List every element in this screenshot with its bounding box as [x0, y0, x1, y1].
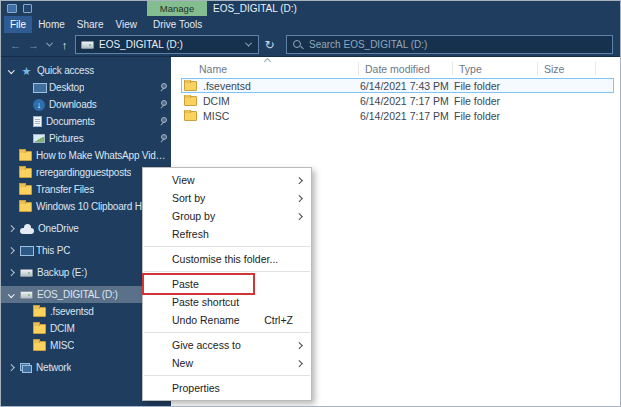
- search-input[interactable]: [309, 39, 606, 50]
- pin-icon: [159, 100, 168, 109]
- column-header-size[interactable]: Size: [538, 62, 596, 75]
- menu-item-label: Paste: [172, 278, 199, 290]
- sidebar-item-desktop[interactable]: Desktop: [1, 79, 171, 96]
- drive-icon: [20, 291, 33, 299]
- date-modified-cell: 6/14/2021 7:17 PM: [360, 95, 454, 107]
- tab-drive-tools[interactable]: Drive Tools: [147, 16, 208, 33]
- search-icon: [293, 39, 304, 50]
- folder-icon: [33, 341, 46, 351]
- date-modified-cell: 6/14/2021 7:17 PM: [360, 110, 454, 122]
- submenu-arrow-icon: [297, 214, 302, 219]
- chevron-slot: [19, 341, 29, 351]
- context-menu-item-properties[interactable]: Properties: [143, 379, 311, 397]
- file-name-cell: MISC: [182, 110, 360, 122]
- file-row-misc[interactable]: MISC6/14/2021 7:17 PMFile folder: [181, 108, 614, 123]
- ribbon-tabs: FileHomeShareViewDrive Tools: [1, 16, 620, 33]
- search-box: [286, 35, 613, 54]
- up-button[interactable]: ↑: [57, 36, 72, 54]
- file-explorer-window: Manage EOS_DIGITAL (D:) FileHomeShareVie…: [0, 0, 621, 407]
- address-dropdown-icon[interactable]: [243, 40, 253, 50]
- chevron-slot: [19, 83, 29, 93]
- sidebar-item-label: DCIM: [50, 323, 75, 334]
- column-header-name[interactable]: Name: [183, 62, 359, 75]
- column-header-label: Type: [459, 63, 482, 75]
- chevron-slot: [19, 324, 29, 334]
- chevron-slot: [19, 134, 29, 144]
- pin-icon: [159, 134, 168, 143]
- sidebar-item-quick-access[interactable]: Quick access: [1, 62, 171, 79]
- chevron-slot: [19, 307, 29, 317]
- file-row-fseventsd[interactable]: .fseventsd6/14/2021 7:43 PMFile folder: [181, 78, 614, 93]
- sidebar-item-label: Pictures: [49, 133, 84, 144]
- context-menu-item-group-by[interactable]: Group by: [143, 207, 311, 225]
- menu-separator: [144, 375, 310, 376]
- sidebar-item-label: Quick access: [37, 65, 94, 76]
- sidebar-item-label: How to Make WhatsApp Video Call: [36, 150, 168, 161]
- column-header-type[interactable]: Type: [453, 62, 538, 75]
- column-header-date-modified[interactable]: Date modified: [359, 62, 453, 75]
- folder-icon: [33, 307, 46, 317]
- sidebar-item-label: Transfer Files: [36, 184, 94, 195]
- folder-icon: [184, 111, 197, 121]
- chevron-down-icon[interactable]: [6, 66, 16, 76]
- sidebar-item-downloads[interactable]: Downloads: [1, 96, 171, 113]
- menu-separator: [144, 332, 310, 333]
- context-menu-item-customise-this-folder[interactable]: Customise this folder...: [143, 250, 311, 268]
- file-name-cell: DCIM: [182, 95, 360, 107]
- folder-icon: [19, 151, 32, 161]
- context-menu-item-view[interactable]: View: [143, 171, 311, 189]
- downloads-icon: [33, 99, 45, 111]
- column-header-row: NameDate modifiedTypeSize: [171, 60, 620, 77]
- chevron-down-icon[interactable]: [6, 290, 16, 300]
- back-button[interactable]: ←: [8, 36, 23, 54]
- explorer-app-icon: [7, 4, 17, 13]
- titlebar: Manage EOS_DIGITAL (D:): [1, 1, 620, 16]
- tab-file[interactable]: File: [4, 16, 32, 33]
- tab-share[interactable]: Share: [71, 16, 110, 33]
- sidebar-item-label: OneDrive: [38, 223, 79, 234]
- context-menu-item-paste[interactable]: Paste: [143, 275, 311, 293]
- chevron-right-icon[interactable]: [6, 363, 16, 373]
- context-menu-item-give-access-to[interactable]: Give access to: [143, 336, 311, 354]
- address-location: EOS_DIGITAL (D:): [99, 39, 183, 50]
- chevron-right-icon[interactable]: [6, 246, 16, 256]
- sidebar-item-label: Downloads: [49, 99, 97, 110]
- address-bar[interactable]: EOS_DIGITAL (D:): [75, 35, 259, 54]
- forward-button[interactable]: →: [26, 36, 41, 54]
- pin-icon: [159, 117, 168, 126]
- column-header-label: Date modified: [365, 63, 430, 75]
- context-menu-item-sort-by[interactable]: Sort by: [143, 189, 311, 207]
- recent-locations-chevron-icon[interactable]: [44, 40, 54, 50]
- file-row-dcim[interactable]: DCIM6/14/2021 7:17 PMFile folder: [181, 93, 614, 108]
- tab-view[interactable]: View: [110, 16, 144, 33]
- column-header-label: Name: [199, 63, 227, 75]
- quick-access-toolbar-icon[interactable]: [23, 4, 32, 13]
- tab-home[interactable]: Home: [32, 16, 71, 33]
- submenu-arrow-icon: [297, 196, 302, 201]
- chevron-right-icon[interactable]: [6, 224, 16, 234]
- sidebar-item-how-to-make-whatsapp-video-call[interactable]: How to Make WhatsApp Video Call: [1, 147, 171, 164]
- file-name: MISC: [203, 110, 229, 122]
- star-icon: [20, 65, 33, 77]
- submenu-arrow-icon: [297, 178, 302, 183]
- folder-icon: [184, 96, 197, 106]
- context-menu-item-undo-rename[interactable]: Undo RenameCtrl+Z: [143, 311, 311, 329]
- menu-item-label: Give access to: [172, 339, 241, 351]
- context-menu-item-new[interactable]: New: [143, 354, 311, 372]
- sidebar-item-pictures[interactable]: Pictures: [1, 130, 171, 147]
- sidebar-item-documents[interactable]: Documents: [1, 113, 171, 130]
- cloud-icon: [20, 224, 34, 234]
- folder-icon: [184, 81, 197, 91]
- menu-item-label: Sort by: [172, 192, 205, 204]
- chevron-right-icon[interactable]: [6, 268, 16, 278]
- chevron-slot: [19, 117, 29, 127]
- menu-shortcut: Ctrl+Z: [264, 314, 301, 326]
- sidebar-item-label: Desktop: [49, 82, 84, 93]
- menu-item-label: Undo Rename: [172, 314, 240, 326]
- context-menu-item-paste-shortcut[interactable]: Paste shortcut: [143, 293, 311, 311]
- network-icon: [20, 363, 32, 373]
- sidebar-item-label: .fseventsd: [50, 306, 94, 317]
- file-name-cell: .fseventsd: [182, 80, 360, 92]
- refresh-button[interactable]: ↻: [262, 36, 277, 54]
- context-menu-item-refresh[interactable]: Refresh: [143, 225, 311, 243]
